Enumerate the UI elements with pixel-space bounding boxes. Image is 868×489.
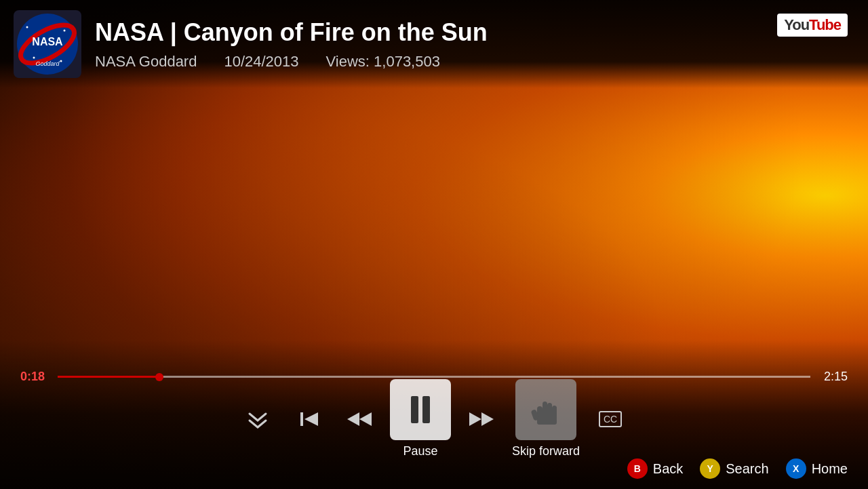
- svg-text:NASA: NASA: [32, 36, 63, 47]
- cc-button[interactable]: CC: [590, 399, 631, 439]
- home-hint[interactable]: X Home: [786, 458, 848, 479]
- svg-rect-9: [300, 412, 303, 426]
- home-label: Home: [812, 461, 848, 477]
- upload-date: 10/24/2013: [224, 53, 298, 71]
- svg-point-6: [64, 30, 66, 32]
- progress-bar-track[interactable]: [58, 376, 810, 378]
- channel-name: NASA Goddard: [95, 53, 197, 71]
- svg-point-7: [33, 57, 35, 59]
- video-meta: NASA Goddard 10/24/2013 Views: 1,073,503: [95, 53, 854, 71]
- svg-rect-22: [537, 418, 557, 425]
- svg-rect-18: [542, 402, 547, 420]
- svg-rect-13: [411, 396, 418, 423]
- search-label: Search: [726, 461, 768, 477]
- controls-buttons: Pause: [237, 379, 631, 458]
- back-label: Back: [653, 461, 683, 477]
- fastforward-icon: [461, 399, 502, 439]
- svg-marker-16: [481, 412, 494, 426]
- svg-marker-12: [347, 412, 359, 426]
- skip-forward-icon-box: [515, 379, 576, 440]
- svg-point-5: [26, 26, 28, 28]
- header: NASA Goddard NASA | Canyon of Fire on th…: [0, 0, 868, 88]
- fastforward-button[interactable]: [461, 399, 502, 439]
- nasa-logo: NASA Goddard: [14, 10, 81, 78]
- home-circle: X: [786, 458, 806, 479]
- pause-button[interactable]: Pause: [390, 379, 451, 458]
- rewind-button[interactable]: [339, 399, 380, 439]
- view-count: Views: 1,073,503: [326, 53, 440, 71]
- skip-start-icon: [288, 399, 329, 439]
- video-title: NASA | Canyon of Fire on the Sun: [95, 18, 854, 47]
- svg-marker-11: [359, 412, 372, 426]
- search-circle: Y: [700, 458, 720, 479]
- video-info: NASA | Canyon of Fire on the Sun NASA Go…: [95, 18, 854, 70]
- svg-rect-14: [422, 396, 430, 423]
- back-circle: B: [627, 458, 648, 479]
- cc-icon: CC: [590, 399, 631, 439]
- rewind-icon: [339, 399, 380, 439]
- pause-icon-box: [390, 379, 451, 440]
- queue-button[interactable]: [237, 399, 278, 439]
- queue-icon: [237, 399, 278, 439]
- skip-forward-button[interactable]: Skip forward: [512, 379, 580, 458]
- skip-start-button[interactable]: [288, 399, 329, 439]
- svg-marker-15: [469, 412, 481, 426]
- svg-text:Goddard: Goddard: [35, 60, 60, 67]
- controls: Pause: [0, 379, 868, 458]
- back-hint[interactable]: B Back: [627, 458, 683, 479]
- svg-point-8: [60, 60, 62, 62]
- pause-label: Pause: [403, 444, 437, 458]
- youtube-logo: YouTube: [777, 14, 848, 37]
- progress-bar-fill: [58, 376, 159, 378]
- svg-marker-10: [304, 412, 318, 426]
- skip-forward-label: Skip forward: [512, 444, 580, 458]
- nav-hints: B Back Y Search X Home: [627, 458, 848, 479]
- search-hint[interactable]: Y Search: [700, 458, 768, 479]
